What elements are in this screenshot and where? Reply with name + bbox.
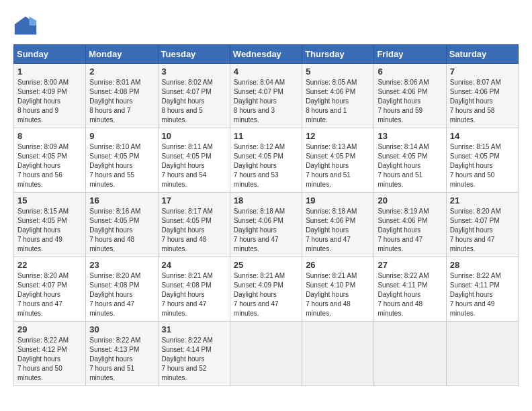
calendar-cell: 2 Sunrise: 8:01 AM Sunset: 4:08 PM Dayli… xyxy=(86,64,158,128)
week-row-4: 22 Sunrise: 8:20 AM Sunset: 4:07 PM Dayl… xyxy=(14,257,519,322)
calendar-cell: 13 Sunrise: 8:14 AM Sunset: 4:05 PM Dayl… xyxy=(374,128,446,193)
calendar-cell: 1 Sunrise: 8:00 AM Sunset: 4:09 PM Dayli… xyxy=(14,64,86,128)
day-info: Sunrise: 8:12 AM Sunset: 4:05 PM Dayligh… xyxy=(234,142,298,189)
day-info: Sunrise: 8:13 AM Sunset: 4:05 PM Dayligh… xyxy=(306,142,370,189)
day-info: Sunrise: 8:06 AM Sunset: 4:06 PM Dayligh… xyxy=(378,78,442,125)
day-number: 30 xyxy=(89,324,154,334)
day-info: Sunrise: 8:05 AM Sunset: 4:06 PM Dayligh… xyxy=(306,78,370,125)
day-number: 21 xyxy=(450,195,515,205)
day-number: 27 xyxy=(378,260,442,270)
day-info: Sunrise: 8:19 AM Sunset: 4:06 PM Dayligh… xyxy=(378,207,442,254)
calendar-cell xyxy=(446,322,518,386)
day-info: Sunrise: 8:21 AM Sunset: 4:09 PM Dayligh… xyxy=(234,271,298,318)
day-info: Sunrise: 8:21 AM Sunset: 4:08 PM Dayligh… xyxy=(162,271,226,318)
logo-icon xyxy=(13,13,38,38)
day-number: 26 xyxy=(306,260,370,270)
day-number: 12 xyxy=(306,131,370,141)
header xyxy=(13,13,519,38)
calendar-cell xyxy=(230,322,302,386)
day-number: 18 xyxy=(234,195,298,205)
calendar-cell: 5 Sunrise: 8:05 AM Sunset: 4:06 PM Dayli… xyxy=(302,64,374,128)
day-number: 3 xyxy=(162,66,226,77)
day-info: Sunrise: 8:22 AM Sunset: 4:12 PM Dayligh… xyxy=(17,336,82,383)
calendar-cell: 20 Sunrise: 8:19 AM Sunset: 4:06 PM Dayl… xyxy=(374,193,446,257)
day-number: 31 xyxy=(162,324,226,334)
weekday-header-sunday: Sunday xyxy=(14,45,86,64)
day-info: Sunrise: 8:22 AM Sunset: 4:11 PM Dayligh… xyxy=(378,271,442,318)
day-info: Sunrise: 8:18 AM Sunset: 4:06 PM Dayligh… xyxy=(234,207,298,254)
calendar-cell: 10 Sunrise: 8:11 AM Sunset: 4:05 PM Dayl… xyxy=(158,128,230,193)
day-number: 28 xyxy=(450,260,515,270)
weekday-header-monday: Monday xyxy=(86,45,158,64)
day-info: Sunrise: 8:22 AM Sunset: 4:13 PM Dayligh… xyxy=(89,336,154,383)
calendar-cell: 17 Sunrise: 8:17 AM Sunset: 4:05 PM Dayl… xyxy=(158,193,230,257)
week-row-3: 15 Sunrise: 8:15 AM Sunset: 4:05 PM Dayl… xyxy=(14,193,519,257)
calendar-cell: 6 Sunrise: 8:06 AM Sunset: 4:06 PM Dayli… xyxy=(374,64,446,128)
week-row-5: 29 Sunrise: 8:22 AM Sunset: 4:12 PM Dayl… xyxy=(14,322,519,386)
day-number: 10 xyxy=(162,131,226,141)
calendar-cell: 7 Sunrise: 8:07 AM Sunset: 4:06 PM Dayli… xyxy=(446,64,518,128)
calendar-cell: 18 Sunrise: 8:18 AM Sunset: 4:06 PM Dayl… xyxy=(230,193,302,257)
day-number: 13 xyxy=(378,131,442,141)
calendar-cell: 12 Sunrise: 8:13 AM Sunset: 4:05 PM Dayl… xyxy=(302,128,374,193)
day-number: 23 xyxy=(89,260,154,270)
day-info: Sunrise: 8:04 AM Sunset: 4:07 PM Dayligh… xyxy=(234,78,298,125)
calendar-cell: 3 Sunrise: 8:02 AM Sunset: 4:07 PM Dayli… xyxy=(158,64,230,128)
weekday-header-friday: Friday xyxy=(374,45,446,64)
day-info: Sunrise: 8:10 AM Sunset: 4:05 PM Dayligh… xyxy=(89,142,154,189)
week-row-1: 1 Sunrise: 8:00 AM Sunset: 4:09 PM Dayli… xyxy=(14,64,519,128)
day-number: 1 xyxy=(17,66,82,77)
day-number: 16 xyxy=(89,195,154,205)
day-number: 17 xyxy=(162,195,226,205)
day-number: 15 xyxy=(17,195,82,205)
day-info: Sunrise: 8:16 AM Sunset: 4:05 PM Dayligh… xyxy=(89,207,154,254)
day-number: 9 xyxy=(89,131,154,141)
day-info: Sunrise: 8:11 AM Sunset: 4:05 PM Dayligh… xyxy=(162,142,226,189)
day-info: Sunrise: 8:07 AM Sunset: 4:06 PM Dayligh… xyxy=(450,78,515,125)
calendar-cell: 4 Sunrise: 8:04 AM Sunset: 4:07 PM Dayli… xyxy=(230,64,302,128)
day-info: Sunrise: 8:00 AM Sunset: 4:09 PM Dayligh… xyxy=(17,78,82,125)
calendar-table: SundayMondayTuesdayWednesdayThursdayFrid… xyxy=(13,44,519,386)
day-info: Sunrise: 8:09 AM Sunset: 4:05 PM Dayligh… xyxy=(17,142,82,189)
weekday-header-thursday: Thursday xyxy=(302,45,374,64)
day-number: 20 xyxy=(378,195,442,205)
day-info: Sunrise: 8:20 AM Sunset: 4:08 PM Dayligh… xyxy=(89,271,154,318)
weekday-header-tuesday: Tuesday xyxy=(158,45,230,64)
day-number: 22 xyxy=(17,260,82,270)
day-info: Sunrise: 8:15 AM Sunset: 4:05 PM Dayligh… xyxy=(450,142,515,189)
calendar-cell: 31 Sunrise: 8:22 AM Sunset: 4:14 PM Dayl… xyxy=(158,322,230,386)
day-number: 2 xyxy=(89,66,154,77)
calendar-cell: 28 Sunrise: 8:22 AM Sunset: 4:11 PM Dayl… xyxy=(446,257,518,322)
calendar-cell: 19 Sunrise: 8:18 AM Sunset: 4:06 PM Dayl… xyxy=(302,193,374,257)
day-number: 19 xyxy=(306,195,370,205)
week-row-2: 8 Sunrise: 8:09 AM Sunset: 4:05 PM Dayli… xyxy=(14,128,519,193)
calendar-cell: 30 Sunrise: 8:22 AM Sunset: 4:13 PM Dayl… xyxy=(86,322,158,386)
day-info: Sunrise: 8:15 AM Sunset: 4:05 PM Dayligh… xyxy=(17,207,82,254)
day-info: Sunrise: 8:02 AM Sunset: 4:07 PM Dayligh… xyxy=(162,78,226,125)
weekday-header-saturday: Saturday xyxy=(446,45,518,64)
day-number: 25 xyxy=(234,260,298,270)
calendar-cell: 29 Sunrise: 8:22 AM Sunset: 4:12 PM Dayl… xyxy=(14,322,86,386)
day-info: Sunrise: 8:17 AM Sunset: 4:05 PM Dayligh… xyxy=(162,207,226,254)
calendar-cell: 14 Sunrise: 8:15 AM Sunset: 4:05 PM Dayl… xyxy=(446,128,518,193)
weekday-header-row: SundayMondayTuesdayWednesdayThursdayFrid… xyxy=(14,45,519,64)
calendar-cell: 8 Sunrise: 8:09 AM Sunset: 4:05 PM Dayli… xyxy=(14,128,86,193)
calendar-cell xyxy=(302,322,374,386)
weekday-header-wednesday: Wednesday xyxy=(230,45,302,64)
day-number: 11 xyxy=(234,131,298,141)
day-info: Sunrise: 8:22 AM Sunset: 4:14 PM Dayligh… xyxy=(162,336,226,383)
day-info: Sunrise: 8:20 AM Sunset: 4:07 PM Dayligh… xyxy=(450,207,515,254)
calendar-cell: 22 Sunrise: 8:20 AM Sunset: 4:07 PM Dayl… xyxy=(14,257,86,322)
day-number: 14 xyxy=(450,131,515,141)
calendar-cell: 11 Sunrise: 8:12 AM Sunset: 4:05 PM Dayl… xyxy=(230,128,302,193)
calendar-cell: 26 Sunrise: 8:21 AM Sunset: 4:10 PM Dayl… xyxy=(302,257,374,322)
day-number: 4 xyxy=(234,66,298,77)
day-number: 7 xyxy=(450,66,515,77)
calendar-cell xyxy=(374,322,446,386)
day-info: Sunrise: 8:20 AM Sunset: 4:07 PM Dayligh… xyxy=(17,271,82,318)
day-number: 6 xyxy=(378,66,442,77)
calendar-cell: 23 Sunrise: 8:20 AM Sunset: 4:08 PM Dayl… xyxy=(86,257,158,322)
logo xyxy=(13,13,40,38)
day-info: Sunrise: 8:22 AM Sunset: 4:11 PM Dayligh… xyxy=(450,271,515,318)
calendar-cell: 25 Sunrise: 8:21 AM Sunset: 4:09 PM Dayl… xyxy=(230,257,302,322)
